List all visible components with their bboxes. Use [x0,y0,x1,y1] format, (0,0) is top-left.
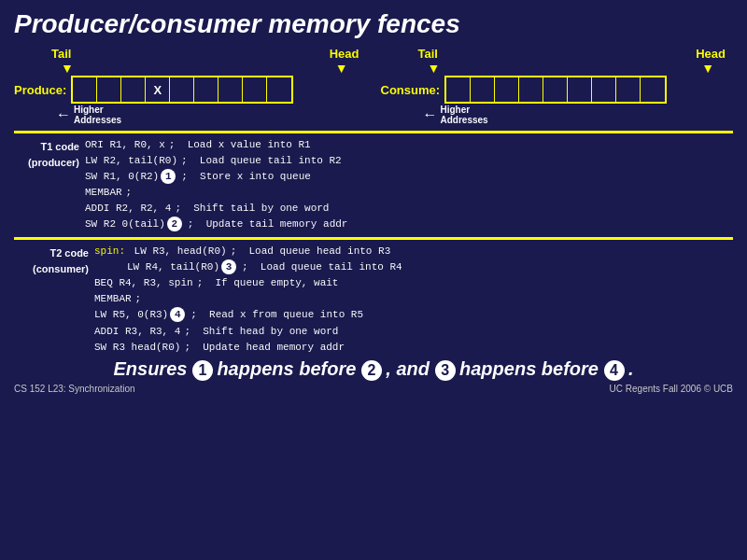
cell-x: X [146,77,170,102]
t2-line-3: BEQ R4, R3, spin ; If queue empty, wait [94,275,733,291]
produce-head-arrow: ▼ [335,61,348,76]
t2-line-6: ADDI R3, R3, 4 ; Shift head by one word [94,324,733,340]
t2-section: T2 code(consumer) spin: LW R3, head(R0) … [14,244,733,355]
badge-2: 2 [167,217,182,231]
footer-right: UC Regents Fall 2006 © UCB [610,384,733,394]
t1-line-4: MEMBAR ; [85,185,733,201]
t1-line-2: LW R2, tail(R0) ; Load queue tail into R… [85,153,733,169]
divider-1 [14,131,733,133]
footer: CS 152 L23: Synchronization UC Regents F… [14,384,733,394]
ensures-period: . [628,358,634,379]
con-cell-3 [519,77,543,102]
produce-label: Produce: [14,83,66,97]
consume-tail-arrow: ▼ [428,61,441,76]
t2-line-5: LW R5, 0(R3) 4 ; Read x from queue into … [94,307,733,323]
consume-queue-row: Consume: [381,76,734,104]
spin-prefix: spin: [94,244,132,259]
code-section: T1 code(producer) ORI R1, R0, x ; Load x… [14,137,733,232]
t2-label: T2 code(consumer) [23,244,89,276]
t2-spin-line: spin: LW R3, head(R0) ; Load queue head … [94,244,733,259]
divider-2 [14,237,733,240]
con-cell-2 [495,77,519,102]
con-cell-1 [471,77,495,102]
ensures-section: Ensures 1 happens before 2 , and 3 happe… [14,358,733,382]
cell-8 [267,77,291,102]
cell-6 [218,77,243,102]
ensures-badge-4: 4 [604,360,625,381]
badge-4: 4 [170,307,185,322]
cell-4 [170,77,194,102]
t1-block: T1 code(producer) ORI R1, R0, x ; Load x… [14,137,733,232]
t1-line-1: ORI R1, R0, x ; Load x value into R1 [85,137,733,153]
cell-0 [73,77,97,102]
ensures-badge-2: 2 [361,360,382,381]
consume-half: Tail Head ▼ ▼ Consume: [381,47,734,125]
t2-line-7: SW R3 head(R0) ; Update head memory addr [94,340,733,356]
cell-1 [97,77,121,102]
ensures-happens-before-4: happens before [459,358,603,379]
ensures-text-static: Ensures [113,358,191,379]
t1-line-5: ADDI R2, R2, 4 ; Shift tail by one word [85,201,733,217]
ensures-and: , and [386,358,434,379]
consume-cells [444,76,667,104]
t1-line-3: SW R1, 0(R2) 1 ; Store x into queue [85,169,733,185]
con-cell-4 [543,77,568,102]
t1-code-lines: ORI R1, R0, x ; Load x value into R1 LW … [85,137,733,232]
produce-cells: X [71,76,293,104]
con-cell-5 [568,77,592,102]
ensures-happens-before-2: happens before [217,358,360,379]
consume-head-label: Head [696,47,726,61]
diagram-section: Tail Head ▼ ▼ Produce: X [14,47,733,125]
t1-line-6: SW R2 0(tail) 2 ; Update tail memory add… [85,217,733,232]
badge-3: 3 [221,259,236,274]
ensures-badge-3: 3 [435,360,456,381]
t2-line-4: MEMBAR ; [94,291,733,307]
produce-tail-label: Tail [51,47,71,61]
consume-higher-arrow: ← [423,106,438,123]
con-cell-7 [616,77,641,102]
produce-higher-arrow: ← [56,106,71,123]
cell-7 [243,77,267,102]
t2-code-lines: spin: LW R3, head(R0) ; Load queue head … [94,244,733,355]
cell-2 [121,77,146,102]
slide: Producer/consumer memory fences Tail Hea… [0,0,747,560]
cell-5 [194,77,218,102]
consume-tail-label: Tail [418,47,438,61]
produce-half: Tail Head ▼ ▼ Produce: X [14,47,367,125]
t2-block: T2 code(consumer) spin: LW R3, head(R0) … [14,244,733,355]
produce-head-label: Head [330,47,359,61]
con-cell-0 [446,77,471,102]
footer-left: CS 152 L23: Synchronization [14,384,135,394]
produce-higher-text: HigherAddresses [74,105,121,125]
con-cell-8 [641,77,665,102]
t2-line-2: LW R4, tail(R0) 3 ; Load queue tail into… [94,259,733,275]
consume-head-arrow: ▼ [701,61,714,76]
badge-1: 1 [161,169,176,184]
produce-queue-row: Produce: X [14,76,367,104]
slide-title: Producer/consumer memory fences [14,9,733,39]
t1-label: T1 code(producer) [14,137,79,232]
t2-label-col: T2 code(consumer) [14,244,89,355]
consume-label: Consume: [381,83,441,97]
consume-higher-text: HigherAddresses [441,105,488,125]
produce-tail-arrow: ▼ [61,61,74,76]
con-cell-6 [592,77,616,102]
ensures-badge-1: 1 [192,360,213,381]
